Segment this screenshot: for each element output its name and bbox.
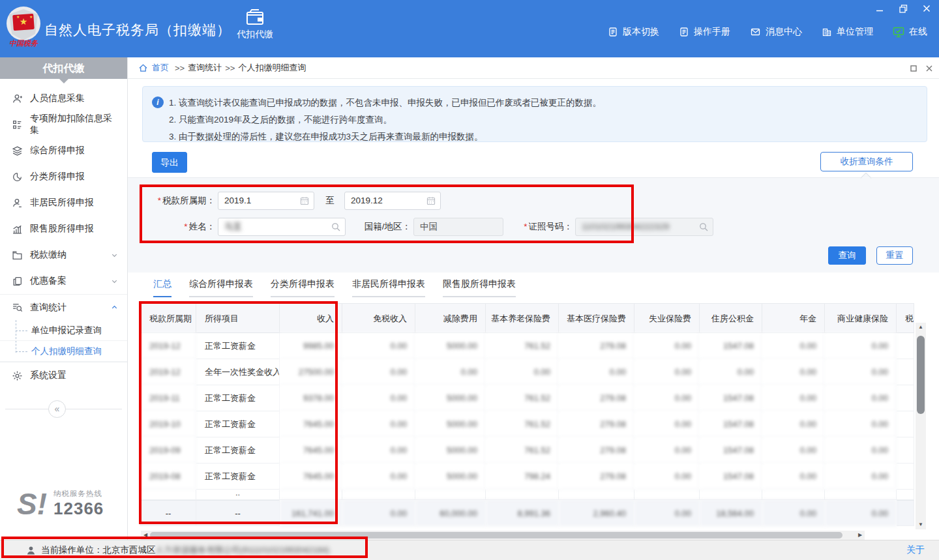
menu-item-manual[interactable]: 操作手册 [679, 26, 730, 38]
sidebar-item-label: 分类所得申报 [30, 171, 85, 183]
sidebar-item-nonresident-income[interactable]: 非居民所得申报 [0, 190, 127, 216]
table-cell [825, 490, 897, 500]
horizontal-scrollbar[interactable]: ◀ ▶ [141, 531, 865, 540]
sidebar-item-label: 专项附加扣除信息采集 [30, 113, 118, 136]
vertical-scrollbar[interactable]: ▲ ▼ [916, 323, 926, 529]
table-row-clipped[interactable]: .. [141, 490, 914, 500]
query-statistics-submenu: 单位申报记录查询 个人扣缴明细查询 [0, 320, 127, 362]
tab-summary[interactable]: 汇总 [153, 278, 171, 297]
period-from-input[interactable]: 2019.1 [218, 192, 314, 210]
table-cell: 279.08 [559, 437, 634, 464]
module-tab-daikoudaijiao[interactable]: 代扣代缴 [226, 9, 284, 52]
table-row[interactable]: 2019-11正常工资薪金9378.000.005000.00761.52279… [141, 385, 914, 411]
about-link[interactable]: 关于 [906, 544, 925, 556]
name-value: 马某 [224, 222, 242, 231]
scroll-left-arrow[interactable]: ◀ [141, 531, 150, 540]
id-number-value: 110102199304222329 [582, 222, 669, 231]
reset-button[interactable]: 重置 [876, 246, 913, 265]
sidebar-item-personnel-info[interactable]: 人员信息采集 [0, 85, 127, 111]
sidebar-subitem-personal-withholding-query[interactable]: 个人扣缴明细查询 [0, 341, 127, 362]
table-cell [280, 490, 342, 500]
column-header: 免税收入 [342, 304, 415, 333]
scroll-right-arrow[interactable]: ▶ [856, 531, 865, 540]
sidebar-collapse-row: « [0, 400, 127, 417]
name-label: *姓名： [141, 217, 215, 237]
query-button[interactable]: 查询 [828, 246, 866, 265]
gear-icon [12, 370, 23, 381]
sidebar-item-classified-income[interactable]: 分类所得申报 [0, 164, 127, 190]
sidebar-item-query-statistics[interactable]: 查询统计 [0, 294, 127, 320]
sidebar-item-comprehensive-income[interactable]: 综合所得申报 [0, 138, 127, 164]
name-input[interactable]: 马某 [218, 218, 346, 236]
scroll-down-arrow[interactable]: ▼ [916, 520, 926, 529]
calendar-icon[interactable] [299, 196, 310, 206]
table-cell: 761.52 [486, 333, 559, 359]
table-cell: 0.00 [762, 464, 825, 490]
table-cell: 0.00 [825, 333, 897, 359]
window-controls [872, 3, 934, 14]
collapse-query-button[interactable]: 收折查询条件 [820, 152, 913, 171]
calendar-icon[interactable] [426, 196, 436, 206]
online-monitor-icon [893, 27, 904, 38]
table-row[interactable]: 2019-10正常工资薪金7645.000.005000.00761.52279… [141, 411, 914, 437]
table-row[interactable]: 2019-12正常工资薪金9985.000.005000.00761.52279… [141, 333, 914, 359]
chevron-down-icon [111, 278, 118, 285]
search-icon[interactable] [331, 222, 341, 232]
menu-item-unit-management[interactable]: 单位管理 [822, 26, 873, 38]
sidebar-collapse-button[interactable]: « [48, 400, 66, 418]
hotline-logo: S! [17, 489, 47, 519]
export-button[interactable]: 导出 [152, 152, 187, 173]
sidebar-item-special-deduction[interactable]: 专项附加扣除信息采集 [0, 111, 127, 138]
info-icon: i [152, 96, 164, 108]
table-cell: 0.00 [486, 359, 559, 385]
restore-button[interactable] [896, 3, 910, 14]
sidebar-item-system-settings[interactable]: 系统设置 [0, 362, 127, 389]
sidebar-item-restricted-shares[interactable]: 限售股所得申报 [0, 216, 127, 242]
id-number-input[interactable]: 110102199304222329 [575, 218, 713, 236]
tab-classified[interactable]: 分类所得申报表 [271, 278, 335, 297]
table-cell: 0.00 [762, 500, 825, 526]
table-cell: 1547.08 [700, 385, 762, 411]
table-row[interactable]: 2019-09正常工资薪金7645.000.005000.00761.52279… [141, 437, 914, 464]
maximize-panel-icon[interactable] [910, 65, 917, 72]
table-cell: 0.00 [559, 359, 634, 385]
panel-window-controls [910, 57, 932, 79]
table-cell: 正常工资薪金 [196, 385, 280, 411]
breadcrumb-home[interactable]: 首页 [152, 62, 169, 74]
table-cell: 5000.00 [415, 333, 486, 359]
search-icon[interactable] [698, 222, 709, 232]
svg-text:★: ★ [29, 15, 33, 19]
scroll-up-arrow[interactable]: ▲ [916, 323, 926, 332]
table-row[interactable]: 2019-12全年一次性奖金收入27500.000.000.000.000.00… [141, 359, 914, 385]
tab-comprehensive[interactable]: 综合所得申报表 [189, 278, 253, 297]
column-header: 住房公积金 [700, 304, 762, 333]
table-row[interactable]: 2019-08正常工资薪金7645.000.005000.00798.24279… [141, 464, 914, 490]
sidebar-subitem-unit-declaration-query[interactable]: 单位申报记录查询 [0, 320, 127, 341]
sidebar-item-preferential-filing[interactable]: 优惠备案 [0, 268, 127, 294]
home-icon[interactable] [138, 63, 148, 72]
period-to-input[interactable]: 2019.12 [344, 192, 441, 210]
menu-item-label: 消息中心 [766, 26, 802, 38]
table-cell: 279.08 [559, 464, 634, 490]
chevron-down-icon [111, 252, 118, 259]
table-cell: 8,991.36 [486, 500, 559, 526]
table-cell: 正常工资薪金 [196, 333, 280, 359]
breadcrumb: 首页 >> 查询统计 >> 个人扣缴明细查询 [128, 57, 939, 79]
region-value: 中国 [420, 222, 438, 231]
tab-nonresident[interactable]: 非居民所得申报表 [352, 278, 425, 297]
menu-item-version-switch[interactable]: 版本切换 [608, 26, 659, 38]
close-button[interactable] [919, 3, 934, 14]
table-cell: 279.08 [559, 333, 634, 359]
current-unit-redacted: 人力资源服务有限公司(911101021993042184) [156, 544, 330, 556]
horizontal-scroll-thumb[interactable] [150, 532, 842, 538]
sidebar-item-tax-payment[interactable]: 税款缴纳 [0, 242, 127, 268]
vertical-scroll-thumb[interactable] [917, 336, 925, 414]
breadcrumb-crumb[interactable]: 查询统计 [188, 62, 222, 74]
breadcrumb-separator: >> [225, 63, 235, 73]
close-panel-icon[interactable] [926, 65, 932, 72]
minimize-button[interactable] [872, 3, 887, 14]
online-status[interactable]: 在线 [893, 26, 927, 38]
tab-restricted-shares[interactable]: 限售股所得申报表 [443, 278, 516, 297]
menu-item-message-center[interactable]: 消息中心 [750, 26, 802, 38]
table-cell: 2,960.40 [559, 500, 634, 526]
